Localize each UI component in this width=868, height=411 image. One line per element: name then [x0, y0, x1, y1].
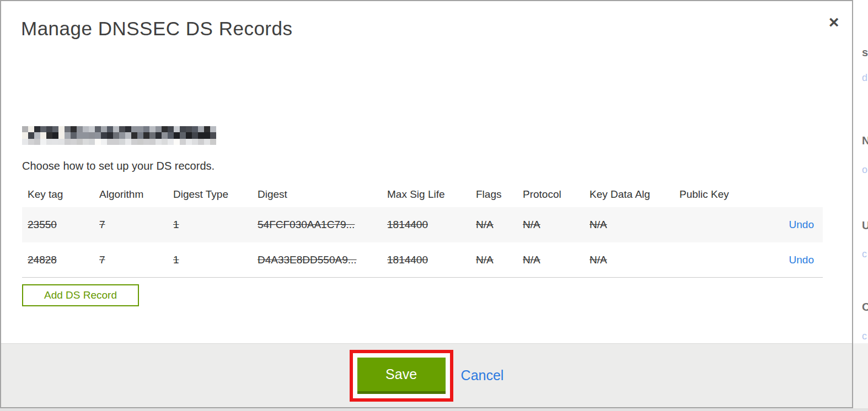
redaction-pixel	[22, 132, 28, 138]
ds-record-row: 2482871D4A33E8DD550A9...1814400N/AN/AN/A…	[22, 242, 823, 278]
background-text-fragment: s	[862, 46, 868, 59]
redaction-pixel	[192, 139, 198, 145]
redaction-pixel	[131, 132, 137, 138]
table-header-row: Key tagAlgorithmDigest TypeDigestMax Sig…	[22, 182, 823, 207]
background-text-fragment: O	[862, 301, 868, 313]
column-header-digest-type: Digest Type	[168, 188, 252, 201]
redaction-pixel	[113, 132, 119, 138]
redaction-pixel	[119, 126, 125, 132]
redaction-pixel	[180, 132, 186, 138]
redaction-pixel	[198, 126, 204, 132]
redaction-pixel	[52, 139, 58, 145]
column-header-max-sig-life: Max Sig Life	[382, 188, 470, 201]
redaction-pixel	[89, 139, 95, 145]
cell-algorithm: 7	[94, 219, 168, 231]
ds-record-row: 235507154FCF030AA1C79...1814400N/AN/AN/A…	[22, 207, 823, 242]
redaction-pixel	[186, 139, 192, 145]
cell-flags: N/A	[470, 254, 517, 266]
redaction-pixel	[40, 126, 46, 132]
background-text-fragment: N	[862, 134, 868, 147]
redaction-pixel	[210, 126, 216, 132]
redaction-pixel	[77, 139, 83, 145]
redaction-pixel	[149, 139, 156, 145]
redaction-pixel	[65, 126, 71, 132]
redaction-pixel	[143, 126, 149, 132]
close-icon[interactable]: ×	[824, 13, 843, 32]
redaction-pixel	[113, 139, 119, 145]
dialog-title: Manage DNSSEC DS Records	[21, 18, 292, 40]
redaction-pixel	[83, 139, 89, 145]
redaction-pixel	[149, 132, 156, 138]
redaction-pixel	[125, 126, 131, 132]
redaction-pixel	[58, 126, 65, 132]
cell-key-data-alg: N/A	[584, 219, 674, 231]
redaction-pixel	[101, 132, 107, 138]
cell-max-sig-life: 1814400	[382, 219, 470, 231]
redaction-pixel	[143, 139, 149, 145]
redaction-pixel	[174, 139, 180, 145]
redaction-pixel	[34, 126, 40, 132]
redaction-pixel	[137, 139, 143, 145]
redaction-pixel	[192, 132, 198, 138]
redaction-pixel	[210, 139, 216, 145]
redaction-pixel	[204, 132, 210, 138]
redaction-pixel	[186, 132, 192, 138]
cell-key-tag: 23550	[22, 219, 94, 231]
redaction-pixel	[71, 132, 77, 138]
cell-flags: N/A	[470, 219, 517, 231]
column-header-key-data-alg: Key Data Alg	[584, 188, 674, 201]
cell-algorithm: 7	[94, 254, 168, 266]
redaction-pixel	[156, 132, 162, 138]
redaction-pixel	[198, 132, 204, 138]
cell-digest-type: 1	[168, 219, 252, 231]
redacted-domain-name	[22, 126, 216, 145]
background-page-strip: sdNoUcOc	[853, 0, 868, 411]
redaction-pixel	[162, 126, 168, 132]
redaction-pixel	[52, 132, 58, 138]
column-header-flags: Flags	[470, 188, 517, 201]
redaction-pixel	[156, 126, 162, 132]
redaction-pixel	[137, 132, 143, 138]
instruction-text: Choose how to set up your DS records.	[22, 160, 215, 172]
redaction-pixel	[101, 139, 107, 145]
redaction-pixel	[22, 126, 28, 132]
redaction-pixel	[192, 126, 198, 132]
column-header-key-tag: Key tag	[22, 188, 94, 201]
undo-link[interactable]: Undo	[789, 219, 814, 230]
cell-key-data-alg: N/A	[584, 254, 674, 266]
redaction-pixel	[46, 132, 52, 138]
redaction-pixel	[77, 132, 83, 138]
column-header-digest: Digest	[252, 188, 382, 201]
redaction-pixel	[156, 139, 162, 145]
redaction-pixel	[40, 132, 46, 138]
background-text-fragment: d	[862, 72, 867, 84]
background-below-modal	[0, 408, 868, 411]
redaction-pixel	[46, 126, 52, 132]
add-ds-record-button[interactable]: Add DS Record	[22, 284, 139, 306]
redaction-pixel	[210, 132, 216, 138]
redaction-pixel	[58, 139, 65, 145]
redaction-pixel	[52, 126, 58, 132]
redaction-pixel	[131, 139, 137, 145]
cell-action: Undo	[757, 219, 823, 231]
background-text-fragment: c	[862, 331, 867, 342]
cell-digest: D4A33E8DD550A9...	[252, 254, 382, 266]
redaction-pixel	[180, 139, 186, 145]
redaction-pixel	[34, 132, 40, 138]
redaction-pixel	[77, 126, 83, 132]
redaction-pixel	[131, 126, 137, 132]
redaction-pixel	[95, 126, 101, 132]
background-text-fragment: o	[862, 164, 867, 176]
redaction-pixel	[89, 132, 95, 138]
save-button[interactable]: Save	[357, 358, 446, 394]
cancel-link[interactable]: Cancel	[461, 367, 504, 383]
redaction-pixel	[204, 139, 210, 145]
undo-link[interactable]: Undo	[789, 254, 814, 266]
redaction-pixel	[168, 139, 174, 145]
redaction-pixel	[107, 132, 113, 138]
redaction-pixel	[34, 139, 40, 145]
column-header-algorithm: Algorithm	[94, 188, 168, 201]
redaction-pixel	[119, 139, 125, 145]
redaction-pixel	[149, 126, 156, 132]
background-page-footer	[853, 343, 868, 411]
